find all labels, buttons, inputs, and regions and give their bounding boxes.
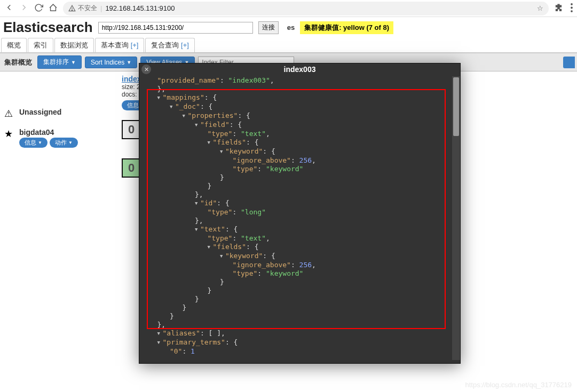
node-action-button[interactable]: 动作▼ xyxy=(50,138,78,148)
back-icon[interactable] xyxy=(4,3,14,14)
sort-indices-button[interactable]: Sort Indices▼ xyxy=(85,57,137,68)
tab-overview[interactable]: 概览 xyxy=(1,38,27,52)
svg-point-1 xyxy=(72,10,72,10)
chevron-down-icon: ▼ xyxy=(71,60,76,65)
star-icon: ★ xyxy=(3,128,14,140)
svg-point-2 xyxy=(571,3,573,5)
refresh-button[interactable] xyxy=(563,57,575,68)
tab-compound-query[interactable]: 复合查询 [+] xyxy=(145,38,194,52)
unassigned-label: Unassigned xyxy=(19,108,61,116)
json-viewer[interactable]: "provided_name": "index003", }, ▼"mappin… xyxy=(145,76,457,360)
cluster-health-badge: 集群健康值: yellow (7 of 8) xyxy=(300,21,393,34)
home-icon[interactable] xyxy=(49,3,58,14)
node-info-button[interactable]: 信息▼ xyxy=(19,138,48,148)
menu-icon[interactable] xyxy=(571,3,573,14)
node-name: bigdata04 xyxy=(19,128,78,137)
shard[interactable]: 0 xyxy=(122,158,141,178)
star-icon[interactable]: ☆ xyxy=(537,4,543,12)
watermark: https://blog.csdn.net/qq_31776219 xyxy=(465,381,572,389)
reload-icon[interactable] xyxy=(34,3,43,14)
cluster-name: es xyxy=(287,23,295,31)
insecure-text: 不安全 xyxy=(78,4,97,13)
svg-point-3 xyxy=(571,6,573,9)
tab-indices[interactable]: 索引 xyxy=(28,38,53,52)
connect-button[interactable]: 连接 xyxy=(258,21,279,34)
sort-cluster-button[interactable]: 集群排序▼ xyxy=(37,55,82,69)
modal-title: index003 xyxy=(139,65,460,74)
tab-basic-query[interactable]: 基本查询 [+] xyxy=(95,38,144,52)
insecure-warning-icon: 不安全 xyxy=(68,4,97,13)
chevron-down-icon: ▼ xyxy=(127,60,131,65)
forward-icon xyxy=(19,3,29,14)
shard-unassigned[interactable]: 0 xyxy=(122,120,141,139)
tab-browse[interactable]: 数据浏览 xyxy=(54,38,94,52)
warning-icon: ⚠ xyxy=(3,108,14,119)
address-bar[interactable]: 不安全 | 192.168.145.131:9100 ☆ xyxy=(63,2,549,15)
app-logo: Elasticsearch xyxy=(3,19,93,36)
connection-url-input[interactable] xyxy=(98,22,253,34)
svg-point-4 xyxy=(571,10,573,12)
index-info-modal: ✕ index003 "provided_name": "index003", … xyxy=(139,63,461,364)
url-text: 192.168.145.131:9100 xyxy=(105,4,534,12)
cluster-overview-label: 集群概览 xyxy=(2,58,34,67)
extensions-icon[interactable] xyxy=(554,3,563,14)
